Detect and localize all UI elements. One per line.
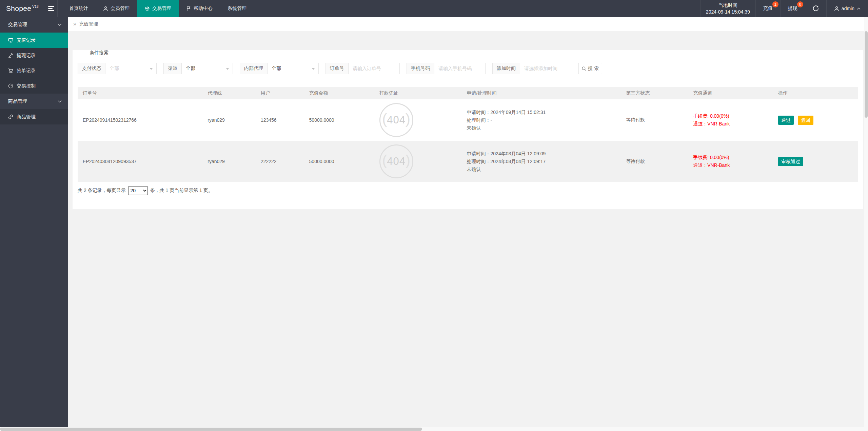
fee-value: 0.00(0%) bbox=[710, 155, 729, 160]
cell-order-no: EP202403041209093537 bbox=[78, 141, 202, 182]
refresh-icon bbox=[813, 5, 819, 12]
logo-text: Shopee bbox=[6, 4, 31, 13]
vertical-scrollbar-track[interactable] bbox=[864, 17, 868, 427]
caret-down-icon bbox=[150, 68, 153, 72]
nav-home-stats[interactable]: 首页统计 bbox=[62, 0, 96, 17]
gavel-icon bbox=[8, 53, 13, 58]
search-icon bbox=[581, 66, 587, 71]
sidebar-item-product-management[interactable]: 商品管理 bbox=[0, 109, 68, 124]
channel-label: 通道： bbox=[693, 121, 707, 126]
hamburger-menu-icon[interactable] bbox=[45, 0, 58, 17]
internal-agent-select[interactable]: 全部 bbox=[268, 63, 318, 74]
chevron-up-icon bbox=[857, 7, 861, 10]
recharge-label: 充值 bbox=[763, 5, 773, 12]
order-no-input[interactable] bbox=[349, 63, 399, 74]
filter-payment-status: 支付状态 全部 bbox=[78, 63, 157, 74]
chevron-down-icon bbox=[58, 23, 62, 26]
confirm-status: 未确认 bbox=[467, 125, 481, 131]
filter-label: 支付状态 bbox=[78, 63, 105, 74]
apply-time-label: 申请时间： bbox=[467, 151, 491, 156]
user-menu[interactable]: admin bbox=[826, 0, 868, 17]
cell-channel: 手续费: 0.00(0%) 通道：VNR-Bank bbox=[688, 99, 773, 141]
cell-voucher: (404) bbox=[374, 141, 462, 182]
app-logo[interactable]: ShopeeV18 bbox=[0, 0, 45, 17]
cell-agent: ryan029 bbox=[202, 141, 256, 182]
sidebar-group-trade-management[interactable]: 交易管理 bbox=[0, 17, 68, 33]
sidebar-item-label: 商品管理 bbox=[17, 114, 36, 120]
channel-select[interactable]: 全部 bbox=[182, 63, 233, 74]
col-actions: 操作 bbox=[773, 87, 858, 99]
filter-order-no: 订单号 bbox=[326, 63, 400, 74]
table-row: EP202409141502312766 ryan029 123456 5000… bbox=[78, 99, 858, 141]
withdraw-notice-button[interactable]: 提现 0 bbox=[780, 0, 805, 17]
cell-user: 222222 bbox=[256, 141, 304, 182]
channel-value: VNR-Bank bbox=[707, 162, 730, 168]
flag-icon bbox=[186, 6, 191, 11]
withdraw-label: 提现 bbox=[788, 5, 797, 12]
nav-trade-management[interactable]: 交易管理 bbox=[137, 0, 179, 17]
records-table: 订单号 代理线 用户 充值金额 打款凭证 申请/处理时间 第三方状态 充值通道 … bbox=[78, 87, 858, 182]
sidebar-item-withdraw-records[interactable]: 提现记录 bbox=[0, 48, 68, 63]
process-time-value: 2024年03月04日 12:09:17 bbox=[491, 159, 546, 164]
channel-label: 通道： bbox=[693, 162, 707, 168]
cell-times: 申请时间：2024年09月14日 15:02:31 处理时间：- 未确认 bbox=[462, 99, 621, 141]
cell-actions: 审核通过 bbox=[773, 141, 858, 182]
filter-label: 添加时间 bbox=[493, 63, 520, 74]
sidebar-group-label: 交易管理 bbox=[8, 22, 27, 28]
approve-button[interactable]: 通过 bbox=[778, 116, 794, 125]
recharge-notice-button[interactable]: 充值 1 bbox=[755, 0, 780, 17]
col-third-party-status: 第三方状态 bbox=[621, 87, 688, 99]
payment-status-select[interactable]: 全部 bbox=[105, 63, 156, 74]
person-icon bbox=[103, 6, 108, 11]
table-header-row: 订单号 代理线 用户 充值金额 打款凭证 申请/处理时间 第三方状态 充值通道 … bbox=[78, 87, 858, 99]
channel-value: VNR-Bank bbox=[707, 121, 730, 126]
sidebar-item-trade-control[interactable]: 交易控制 bbox=[0, 78, 68, 94]
gauge-icon bbox=[8, 83, 13, 89]
nav-system-management[interactable]: 系统管理 bbox=[220, 0, 254, 17]
chevron-down-icon bbox=[58, 100, 62, 103]
sidebar-group-label: 商品管理 bbox=[8, 98, 27, 104]
breadcrumb-current[interactable]: 充值管理 bbox=[79, 21, 98, 27]
user-icon bbox=[834, 6, 839, 11]
username: admin bbox=[842, 6, 854, 11]
phone-input[interactable] bbox=[434, 63, 485, 74]
recharge-management-card: 条件搜索 支付状态 全部 渠道 全部 bbox=[73, 50, 863, 209]
sidebar-item-label: 抢单记录 bbox=[17, 68, 36, 74]
filter-fieldset: 条件搜索 bbox=[78, 50, 858, 56]
logo-version: V18 bbox=[32, 5, 39, 8]
cell-amount: 50000.0000 bbox=[304, 141, 374, 182]
vertical-scrollbar-thumb[interactable] bbox=[865, 31, 868, 118]
breadcrumb-separator: » bbox=[73, 21, 76, 27]
cell-voucher: (404) bbox=[374, 99, 462, 141]
voucher-404-placeholder[interactable]: (404) bbox=[379, 144, 413, 178]
reject-button[interactable]: 驳回 bbox=[798, 116, 813, 125]
main-area: » 充值管理 条件搜索 支付状态 全部 渠道 bbox=[68, 17, 868, 431]
local-time-label: 当地时间 bbox=[706, 2, 750, 8]
col-voucher: 打款凭证 bbox=[374, 87, 462, 99]
add-time-input[interactable] bbox=[520, 63, 571, 74]
sidebar-group-product-management[interactable]: 商品管理 bbox=[0, 94, 68, 109]
voucher-404-placeholder[interactable]: (404) bbox=[379, 103, 413, 137]
nav-help-center[interactable]: 帮助中心 bbox=[179, 0, 220, 17]
fee-label: 手续费: bbox=[693, 113, 709, 119]
page-size-select[interactable]: 20 bbox=[128, 186, 148, 195]
sidebar-item-recharge-records[interactable]: 充值记录 bbox=[0, 33, 68, 48]
sidebar: 交易管理 充值记录 提现记录 抢单记录 交 bbox=[0, 17, 68, 431]
refresh-button[interactable] bbox=[805, 0, 826, 17]
cell-actions: 通过 驳回 bbox=[773, 99, 858, 141]
search-button[interactable]: 搜 索 bbox=[578, 63, 602, 74]
recharge-badge: 1 bbox=[772, 1, 778, 7]
filter-label: 渠道 bbox=[164, 63, 182, 74]
pagination: 共 2 条记录，每页显示 20 条，共 1 页当前显示第 1 页。 bbox=[78, 186, 858, 195]
col-agent: 代理线 bbox=[202, 87, 256, 99]
audit-approve-button[interactable]: 审核通过 bbox=[778, 157, 803, 166]
screen: ShopeeV18 首页统计 会员管理 交易管理 bbox=[0, 0, 868, 431]
cell-channel: 手续费: 0.00(0%) 通道：VNR-Bank bbox=[688, 141, 773, 182]
apply-time-value: 2024年09月14日 15:02:31 bbox=[491, 110, 546, 115]
horizontal-scrollbar-track[interactable] bbox=[0, 427, 868, 431]
filter-internal-agent: 内部代理 全部 bbox=[240, 63, 319, 74]
col-recharge-channel: 充值通道 bbox=[688, 87, 773, 99]
nav-member-management[interactable]: 会员管理 bbox=[96, 0, 137, 17]
horizontal-scrollbar-thumb[interactable] bbox=[0, 428, 422, 431]
sidebar-item-grab-order-records[interactable]: 抢单记录 bbox=[0, 63, 68, 78]
